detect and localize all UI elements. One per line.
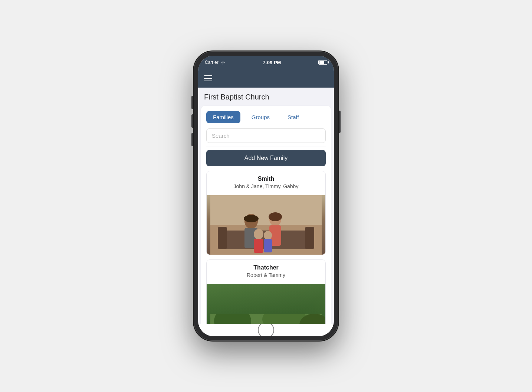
family-members-smith: John & Jane, Timmy, Gabby	[212, 183, 320, 189]
battery-indicator	[318, 60, 327, 65]
family-photo-thatcher	[207, 284, 325, 324]
tab-bar: Families Groups Staff	[206, 111, 326, 123]
svg-rect-10	[254, 239, 263, 253]
tab-groups[interactable]: Groups	[245, 111, 276, 123]
svg-point-14	[244, 215, 259, 222]
family-name-thatcher: Thatcher	[212, 264, 320, 271]
svg-point-13	[269, 212, 282, 221]
svg-rect-3	[218, 227, 227, 249]
svg-rect-4	[305, 227, 314, 249]
home-indicator	[198, 324, 334, 336]
hamburger-line-2	[204, 78, 212, 79]
carrier-info: Carrier	[205, 60, 226, 65]
tab-families[interactable]: Families	[206, 111, 240, 123]
family-info-thatcher: Thatcher Robert & Tammy	[207, 260, 325, 284]
menu-button[interactable]	[204, 75, 212, 81]
battery-icon	[318, 60, 327, 65]
content-card: Families Groups Staff Add New Family Smi…	[201, 106, 331, 324]
divider	[206, 147, 326, 147]
church-header: First Baptist Church	[198, 88, 334, 106]
phone-screen: Carrier 7:09 PM	[198, 56, 334, 336]
svg-point-16	[214, 314, 251, 324]
home-button[interactable]	[258, 322, 274, 336]
search-input[interactable]	[206, 128, 326, 143]
search-container	[206, 128, 326, 143]
nav-bar	[198, 69, 334, 88]
carrier-label: Carrier	[205, 60, 219, 65]
battery-fill	[319, 61, 324, 64]
svg-rect-12	[264, 239, 272, 252]
svg-point-9	[254, 229, 263, 239]
hamburger-line-3	[204, 81, 212, 81]
status-bar: Carrier 7:09 PM	[198, 56, 334, 69]
family-info-smith: Smith John & Jane, Timmy, Gabby	[207, 171, 325, 195]
main-content: First Baptist Church Families Groups Sta…	[198, 88, 334, 324]
church-title: First Baptist Church	[204, 93, 328, 101]
phone-device: Carrier 7:09 PM	[194, 51, 338, 341]
family-card-thatcher[interactable]: Thatcher Robert & Tammy	[206, 259, 326, 324]
family-photo-smith	[207, 195, 325, 255]
family-name-smith: Smith	[212, 176, 320, 182]
family-card-smith[interactable]: Smith John & Jane, Timmy, Gabby	[206, 171, 326, 255]
tab-staff[interactable]: Staff	[281, 111, 306, 123]
family-members-thatcher: Robert & Tammy	[212, 272, 320, 278]
hamburger-line-1	[204, 75, 212, 76]
wifi-icon	[220, 61, 226, 65]
add-new-family-button[interactable]: Add New Family	[206, 150, 326, 166]
svg-point-11	[264, 231, 272, 240]
time-display: 7:09 PM	[263, 60, 281, 65]
